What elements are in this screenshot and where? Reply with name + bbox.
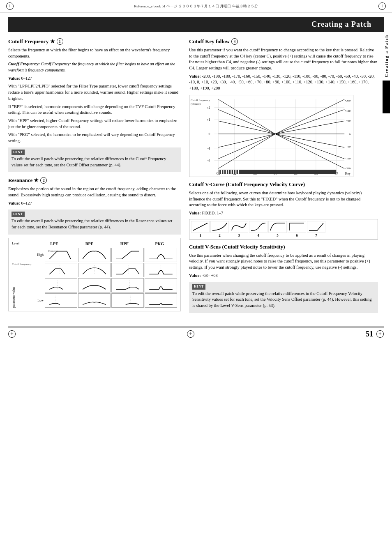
svg-text:-50: -50 <box>347 145 351 148</box>
svg-line-51 <box>218 109 275 134</box>
svg-line-54 <box>218 134 275 159</box>
bottom-left-crosshair <box>8 330 16 338</box>
filter-pkg-label: PKG <box>142 242 178 246</box>
svg-rect-61 <box>228 170 229 174</box>
filter-pkg-row1 <box>145 248 177 262</box>
filter-diagram: Level Cutoff frequency parameter value L… <box>8 238 181 311</box>
svg-text:Cutoff frequency: Cutoff frequency <box>191 99 210 101</box>
vcurve-desc: Selects one of the following seven curve… <box>189 190 378 208</box>
resonance-heading: Resonance ★ 2 <box>8 177 181 184</box>
svg-line-45 <box>275 121 344 134</box>
vsens-value: Value: -63– +63 <box>189 273 378 279</box>
filter-lpf-row3 <box>45 278 77 292</box>
top-left-crosshair <box>6 2 14 10</box>
filter-bpf-row4 <box>78 293 111 308</box>
right-column: Cutoff Key follow 4 Use this parameter i… <box>189 38 378 316</box>
svg-text:+2: +2 <box>207 106 210 109</box>
vsens-section: Cutoff V-Sens (Cutoff Velocity Sensitivi… <box>189 244 378 313</box>
vsens-title-text: Cutoff V-Sens (Cutoff Velocity Sensitivi… <box>189 244 285 250</box>
cutoff-freq-title-text: Cutoff Frequency ★ <box>8 38 55 45</box>
svg-line-48 <box>275 134 344 159</box>
vcurve-shape-6 <box>288 221 306 233</box>
hint-text-2: To edit the overall patch while preservi… <box>12 218 178 230</box>
keyfollow-graph-svg: Cutoff frequency (Octave) +2 +1 0 <box>189 95 353 177</box>
side-label: Creating a Patch <box>380 33 392 530</box>
filter-low-label: Low <box>37 299 45 302</box>
svg-rect-57 <box>218 170 219 174</box>
vcurve-num-7: 7 <box>315 233 317 237</box>
svg-line-44 <box>275 109 344 134</box>
svg-text:-1: -1 <box>208 146 210 150</box>
vcurve-title-text: Cutoff V-Curve (Cutoff Frequency Velocit… <box>189 181 305 188</box>
hint-box-1: HINT To edit the overall patch while pre… <box>8 147 181 173</box>
vcurve-shape-5 <box>268 221 287 233</box>
svg-line-53 <box>218 134 275 147</box>
hint-label-3: HINT <box>192 284 205 289</box>
vcurve-num-2: 2 <box>219 233 221 237</box>
svg-rect-73 <box>307 221 325 233</box>
filter-bpf-row1 <box>78 248 111 262</box>
svg-line-49 <box>275 134 344 168</box>
bottom-right-crosshair <box>376 330 384 338</box>
side-label-text: Creating a Patch <box>384 33 389 79</box>
filter-param-label: parameter value <box>12 283 35 308</box>
vcurve-heading: Cutoff V-Curve (Cutoff Frequency Velocit… <box>189 181 378 188</box>
vcurve-shape-3 <box>230 221 248 233</box>
svg-text:Key: Key <box>345 172 350 175</box>
filter-hpf-row1 <box>111 248 144 262</box>
cutoff-freq-number: 1 <box>57 38 63 45</box>
vcurve-num-5: 5 <box>277 233 279 237</box>
main-content: Cutoff Frequency ★ 1 Selects the frequen… <box>0 32 392 322</box>
vcurve-item-1: 1 <box>191 221 210 237</box>
vsens-heading: Cutoff V-Sens (Cutoff Velocity Sensitivi… <box>189 244 378 250</box>
filter-hpf-row4 <box>111 293 144 308</box>
svg-line-50 <box>218 99 275 134</box>
svg-text:-2: -2 <box>208 159 210 162</box>
svg-rect-68 <box>210 221 229 233</box>
vcurve-item-4: 4 <box>249 221 267 237</box>
page-footer: 51 <box>8 322 384 341</box>
keyfollow-value: Value: -200, -190, -180, -170, -160, -15… <box>189 74 378 92</box>
cutoff-freq-p1: With "LPF/LPF2/LPF3" selected for the Fi… <box>8 83 181 101</box>
hint-box-2: HINT To edit the overall patch while pre… <box>8 210 181 235</box>
svg-text:+100: +100 <box>345 109 351 112</box>
vcurve-shape-7 <box>307 221 325 233</box>
svg-text:0: 0 <box>349 133 351 136</box>
resonance-number: 2 <box>40 177 47 184</box>
hint-box-3: HINT To edit the overall patch while pre… <box>189 282 378 313</box>
vcurve-num-6: 6 <box>296 233 298 237</box>
title-text: Creating a Patch <box>311 20 371 28</box>
filter-pkg-row3 <box>145 278 177 292</box>
svg-text:-200: -200 <box>345 167 350 170</box>
cutoff-freq-heading: Cutoff Frequency ★ 1 <box>8 38 181 45</box>
vcurve-item-5: 5 <box>268 221 287 237</box>
vcurve-num-1: 1 <box>199 233 201 237</box>
vcurve-shapes-container: 1 2 3 <box>189 219 378 240</box>
svg-line-52 <box>218 121 275 134</box>
page-number: 51 <box>366 330 373 339</box>
top-right-crosshair <box>378 2 386 10</box>
filter-bpf-row2 <box>78 263 111 277</box>
cutoff-freq-desc: Selects the frequency at which the filte… <box>8 47 181 59</box>
svg-line-55 <box>218 134 275 168</box>
vcurve-shape-4 <box>249 221 267 233</box>
filter-lpf-row1: Frequency <box>45 248 77 262</box>
svg-line-47 <box>275 134 344 147</box>
resonance-title-text: Resonance ★ <box>8 177 39 184</box>
keyfollow-graph-container: Cutoff frequency (Octave) +2 +1 0 <box>189 95 378 177</box>
header-text: Reference_e.book 51 ページ ２０００３年７月１４日 月曜日 … <box>134 4 258 9</box>
cutoff-freq-p2: If "BPF" is selected, harmonic component… <box>8 104 181 116</box>
svg-text:+200: +200 <box>345 99 351 102</box>
filter-hpf-row2 <box>111 263 144 277</box>
filter-pkg-row4 <box>145 293 177 308</box>
filter-hpf-row3 <box>111 278 144 292</box>
keyfollow-number: 4 <box>231 38 238 45</box>
svg-rect-63 <box>233 170 234 174</box>
svg-rect-69 <box>230 221 248 233</box>
vsens-desc: Use this parameter when changing the cut… <box>189 253 378 271</box>
filter-bpf-label: BPF <box>72 242 107 246</box>
resonance-desc: Emphasizes the portion of the sound in t… <box>8 186 181 198</box>
svg-rect-59 <box>223 170 224 174</box>
svg-rect-72 <box>288 221 306 233</box>
vcurve-value: Value: FIXED, 1–7 <box>189 210 378 216</box>
